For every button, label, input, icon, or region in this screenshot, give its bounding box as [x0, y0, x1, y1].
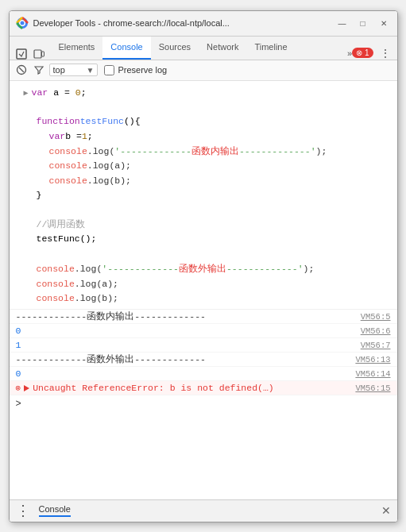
device-icon [30, 48, 48, 60]
preserve-log-toggle[interactable]: Preserve log [104, 65, 167, 75]
output-row-one: 1 VM56:7 [10, 338, 397, 353]
code-line-blank [24, 100, 391, 114]
svg-line-7 [19, 67, 24, 72]
expand-arrow[interactable]: ▶ [24, 87, 29, 100]
bottom-bar: ⋮ Console ✕ [10, 499, 397, 522]
output-text-zero-1: 0 [16, 326, 358, 336]
code-log-inner: console.log('-------------函数内输出---------… [24, 144, 391, 159]
output-text-zero-2: 0 [16, 368, 353, 379]
output-row-error: ⊗ Uncaught ReferenceError: b is not defi… [10, 381, 397, 395]
code-log-outer: console.log('-------------函数外输出---------… [24, 261, 391, 276]
preserve-log-label: Preserve log [118, 65, 167, 75]
code-line-1: ▶ var a = 0; [24, 86, 391, 100]
output-text-one: 1 [16, 340, 358, 350]
window-title: Developer Tools - chrome-search://local-… [33, 18, 329, 28]
filter-icon-button[interactable] [32, 63, 46, 77]
window-controls: — □ ✕ [335, 16, 391, 30]
maximize-button[interactable]: □ [356, 16, 370, 30]
svg-rect-4 [34, 50, 41, 58]
svg-rect-5 [41, 52, 44, 56]
title-bar: Developer Tools - chrome-search://local-… [10, 11, 397, 37]
code-log-a-outer: console.log(a); [24, 277, 391, 291]
tab-elements[interactable]: Elements [51, 37, 103, 60]
bottom-menu-dots[interactable]: ⋮ [16, 503, 31, 518]
code-call: testFunc(); [24, 232, 391, 246]
svg-point-2 [20, 21, 24, 25]
tab-timeline[interactable]: Timeline [246, 37, 295, 60]
output-row-outer-sep: -------------函数外输出------------- VM56:13 [10, 353, 397, 367]
svg-rect-3 [17, 49, 26, 59]
code-var-b: var b = 1; [24, 129, 391, 144]
devtools-window: Developer Tools - chrome-search://local-… [9, 10, 398, 522]
chrome-icon [16, 17, 29, 29]
console-toolbar: ▼ Preserve log [10, 60, 397, 81]
tab-icon-group [13, 48, 30, 60]
code-blank3 [24, 247, 391, 261]
output-text-inner-sep: -------------函数内输出------------- [16, 310, 358, 322]
tab-console[interactable]: Console [102, 37, 150, 60]
tab-more-area: » ⊗ 1 ⋮ [344, 47, 393, 60]
filter-dropdown-arrow[interactable]: ▼ [87, 66, 95, 75]
minimize-button[interactable]: — [335, 16, 350, 30]
clear-console-button[interactable] [14, 63, 29, 77]
output-link-vm56-6[interactable]: VM56:6 [361, 326, 391, 336]
preserve-log-checkbox[interactable] [104, 65, 114, 75]
output-section: -------------函数内输出------------- VM56:5 0… [10, 310, 397, 395]
tab-sources[interactable]: Sources [151, 37, 199, 60]
caret-symbol: > [16, 399, 21, 410]
bottom-console-label: Console [39, 504, 71, 517]
console-main[interactable]: ▶ var a = 0; function testFunc(){ var b … [10, 81, 397, 499]
output-row-inner-sep: -------------函数内输出------------- VM56:5 [10, 310, 397, 324]
console-prompt[interactable]: > [10, 395, 397, 413]
output-link-vm56-15[interactable]: VM56:15 [355, 384, 390, 393]
code-brace-close: } [24, 188, 391, 202]
code-comment: //调用函数 [24, 218, 391, 232]
output-link-vm56-7[interactable]: VM56:7 [361, 341, 391, 350]
clear-icon [16, 64, 27, 75]
device-toolbar-icon[interactable] [33, 48, 44, 60]
error-badge: ⊗ 1 [352, 48, 373, 58]
code-log-b-outer: console.log(b); [24, 291, 391, 306]
output-link-vm56-14[interactable]: VM56:14 [355, 369, 390, 379]
code-log-a-inner: console.log(a); [24, 159, 391, 173]
code-blank2 [24, 203, 391, 218]
dev-tabs-bar: Elements Console Sources Network Timelin… [10, 37, 397, 60]
output-link-vm56-5[interactable]: VM56:5 [361, 312, 391, 322]
filter-input-wrapper: ▼ [49, 64, 99, 76]
code-editor-block: ▶ var a = 0; function testFunc(){ var b … [10, 81, 397, 310]
close-window-button[interactable]: ✕ [377, 16, 391, 30]
inspect-icon[interactable] [16, 48, 27, 60]
error-circle-icon: ⊗ [16, 383, 21, 393]
code-log-b-inner: console.log(b); [24, 174, 391, 188]
bottom-close-button[interactable]: ✕ [381, 504, 391, 517]
output-link-vm56-13[interactable]: VM56:13 [355, 355, 390, 364]
error-icon-circle: ⊗ [356, 48, 362, 57]
output-text-outer-sep: -------------函数外输出------------- [16, 353, 353, 365]
output-row-zero-1: 0 VM56:6 [10, 324, 397, 338]
output-row-zero-2: 0 VM56:14 [10, 367, 397, 381]
filter-input[interactable] [53, 65, 85, 75]
tab-network[interactable]: Network [199, 37, 246, 60]
filter-icon [33, 64, 44, 75]
output-text-error: Uncaught ReferenceError: b is not define… [33, 383, 352, 393]
settings-icon[interactable]: ⋮ [380, 47, 391, 60]
expand-error-arrow[interactable] [24, 385, 29, 391]
code-var-a: var a = 0; [32, 86, 87, 100]
code-func-def: function testFunc(){ [24, 114, 391, 129]
